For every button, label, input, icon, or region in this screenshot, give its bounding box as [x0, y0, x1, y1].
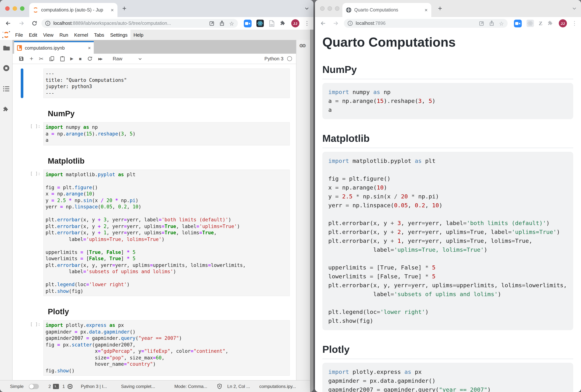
page-scrollbar[interactable]	[310, 30, 314, 392]
code-line: x="gdpPercap", y="lifeExp", color="conti…	[46, 348, 287, 355]
menu-edit[interactable]: Edit	[26, 30, 40, 40]
cut-cells-button[interactable]: ✂	[39, 56, 44, 62]
tab-search-chevron-icon[interactable]	[304, 6, 309, 11]
terminals-count[interactable]: 2	[48, 384, 51, 389]
command-mode-text[interactable]: Mode: Comma...	[174, 384, 207, 389]
z-extension-icon[interactable]: Z	[539, 20, 542, 26]
maximize-window-button[interactable]	[20, 6, 24, 11]
browser-tab[interactable]: computations.ip (auto-S) - Jup ×	[29, 3, 118, 17]
property-inspector-gears-icon[interactable]: ⚙⚙	[299, 43, 305, 48]
cell-editor[interactable]: ---title: "Quarto Computations"jupyter: …	[43, 68, 290, 98]
paste-cells-button[interactable]	[60, 56, 65, 62]
cell-editor[interactable]: import numpy as npa = np.arange(15).resh…	[43, 122, 290, 145]
open-in-new-icon[interactable]	[209, 20, 214, 26]
close-notebook-tab-icon[interactable]: ×	[88, 45, 91, 51]
kernel-status-icon[interactable]	[287, 56, 292, 61]
minimize-window-button[interactable]	[328, 6, 332, 11]
menu-tabs[interactable]: Tabs	[91, 30, 107, 40]
forward-icon[interactable]	[18, 20, 24, 26]
react-extension-icon[interactable]	[256, 20, 264, 27]
reload-icon[interactable]	[32, 20, 38, 26]
close-window-button[interactable]	[5, 6, 10, 11]
menu-help[interactable]: Help	[130, 30, 146, 40]
table-of-contents-icon[interactable]	[2, 85, 10, 93]
cell-type-dropdown[interactable]: Raw	[113, 56, 122, 61]
quarto-page[interactable]: Quarto Computations NumPyimport numpy as…	[315, 30, 581, 392]
share-icon[interactable]	[219, 20, 224, 26]
save-button[interactable]	[18, 56, 24, 62]
menu-file[interactable]: File	[12, 30, 26, 40]
code-line: hover_name="country")	[46, 361, 287, 367]
code-line: plt.errorbar(x, y + 3, yerr=yerr, label=…	[328, 219, 567, 228]
menubar-filler	[146, 30, 314, 40]
zoom-camera-extension-icon[interactable]	[514, 19, 522, 27]
forward-icon[interactable]	[333, 20, 339, 26]
interrupt-kernel-button[interactable]: ■	[79, 56, 82, 62]
address-bar[interactable]: localhost:8889/lab/workspaces/auto-S/tre…	[42, 19, 238, 28]
back-icon[interactable]	[5, 20, 11, 26]
kernels-count[interactable]: 1	[62, 384, 65, 389]
cursor-position-text[interactable]: Ln 2, Col ...	[227, 384, 250, 389]
profile-avatar[interactable]: JJ	[559, 19, 567, 27]
extension-manager-icon[interactable]	[2, 105, 10, 113]
browser-menu-kebab-icon[interactable]: ⋮	[572, 20, 577, 26]
running-kernels-icon[interactable]	[2, 64, 10, 72]
maximize-window-button[interactable]	[335, 6, 340, 11]
cell-editor[interactable]: import matplotlib.pyplot as plt fig = pl…	[43, 169, 290, 296]
address-bar[interactable]: localhost:7896 ☆	[344, 19, 508, 28]
cell-collapser[interactable]	[21, 122, 23, 145]
simple-mode-toggle[interactable]	[29, 384, 39, 389]
cell-collapser[interactable]	[21, 68, 23, 98]
kernel-name-label[interactable]: Python 3	[264, 56, 284, 61]
trust-shield-icon[interactable]	[217, 383, 222, 389]
react-extension-icon[interactable]	[526, 20, 534, 27]
close-tab-icon[interactable]: ×	[425, 7, 428, 12]
left-browser-toolbar: localhost:8889/lab/workspaces/auto-S/tre…	[0, 17, 314, 30]
run-cell-button[interactable]: ▶	[70, 56, 73, 62]
minimize-window-button[interactable]	[12, 6, 17, 11]
kernel-status-text[interactable]: Python 3 | I...	[81, 384, 107, 389]
document-extension-icon[interactable]	[269, 20, 275, 27]
menu-kernel[interactable]: Kernel	[71, 30, 91, 40]
markdown-heading[interactable]: Plotly	[48, 307, 290, 316]
site-info-icon[interactable]	[348, 21, 353, 26]
code-line: jupyter: python3	[46, 83, 287, 90]
cell-type-chevron-icon[interactable]	[138, 56, 142, 61]
open-in-new-icon[interactable]	[478, 20, 484, 26]
new-tab-button[interactable]: +	[122, 5, 126, 12]
browser-tab[interactable]: Quarto Computations ×	[342, 3, 431, 17]
profile-avatar[interactable]: JJ	[291, 19, 300, 27]
close-window-button[interactable]	[320, 6, 324, 11]
tab-search-chevron-icon[interactable]	[572, 6, 576, 11]
browser-menu-kebab-icon[interactable]: ⋮	[304, 20, 310, 26]
code-line: lowerlimits = [False, True] * 5	[328, 272, 567, 281]
markdown-heading[interactable]: Matplotlib	[48, 156, 290, 165]
extensions-puzzle-icon[interactable]	[547, 20, 554, 27]
add-cell-button[interactable]: +	[30, 56, 33, 62]
bookmark-star-icon[interactable]: ☆	[499, 20, 504, 26]
zoom-camera-extension-icon[interactable]	[244, 19, 252, 27]
site-info-icon[interactable]	[45, 21, 50, 26]
extensions-puzzle-icon[interactable]	[280, 20, 286, 27]
menu-settings[interactable]: Settings	[107, 30, 130, 40]
share-icon[interactable]	[489, 20, 494, 26]
code-line: gapminder2007 = gapminder.query("year ==…	[46, 335, 287, 342]
menu-view[interactable]: View	[40, 30, 56, 40]
cell-collapser[interactable]	[21, 320, 23, 376]
close-tab-icon[interactable]: ×	[111, 7, 114, 12]
notebook-scroll-area[interactable]: ---title: "Quarto Computations"jupyter: …	[12, 64, 296, 381]
file-browser-icon[interactable]	[2, 44, 10, 52]
code-cell: [ ]:import plotly.express as pxgapminder…	[21, 320, 290, 376]
new-tab-button[interactable]: +	[438, 5, 442, 12]
restart-kernel-button[interactable]	[87, 56, 93, 62]
cell-editor[interactable]: import plotly.express as pxgapminder = p…	[43, 320, 290, 376]
menu-run[interactable]: Run	[56, 30, 71, 40]
code-line	[328, 299, 567, 308]
markdown-heading[interactable]: NumPy	[48, 109, 290, 118]
back-icon[interactable]	[320, 20, 326, 26]
restart-run-all-button[interactable]: ▶▶	[98, 56, 102, 62]
bookmark-star-icon[interactable]: ☆	[229, 20, 234, 26]
copy-cells-button[interactable]	[49, 56, 54, 62]
notebook-doc-tab[interactable]: computations.ipynb ×	[14, 41, 94, 54]
cell-collapser[interactable]	[21, 169, 23, 296]
